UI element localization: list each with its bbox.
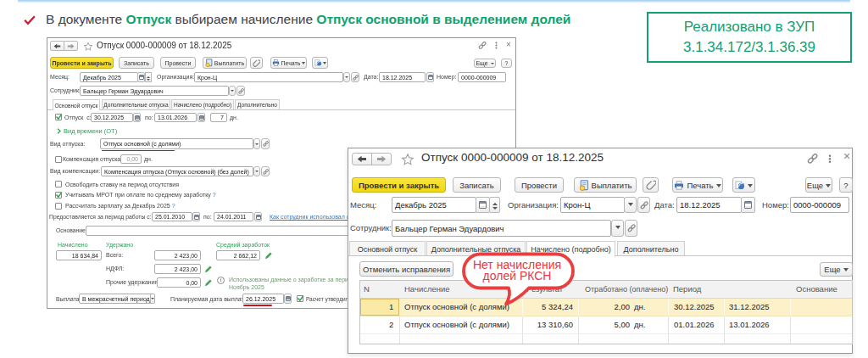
svg-text:долей РКСН: долей РКСН [483,269,552,282]
